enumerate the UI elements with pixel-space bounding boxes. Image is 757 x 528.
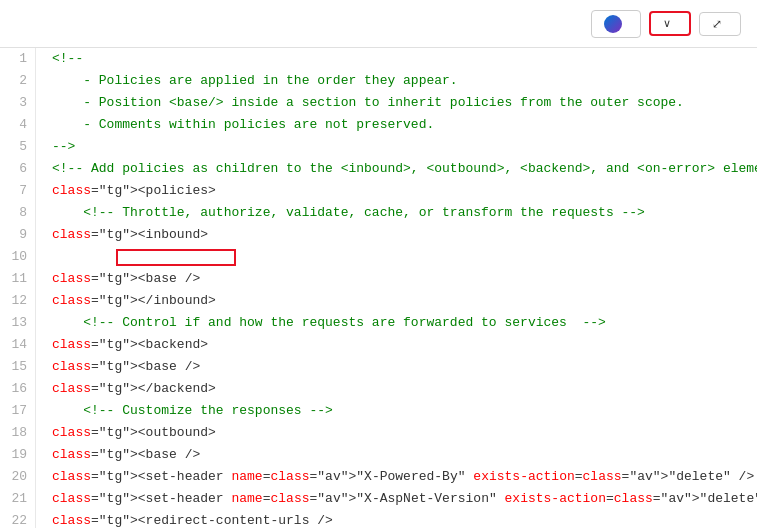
table-row: class="tg"></backend> <box>52 378 757 400</box>
expand-icon: ⤢ <box>712 17 722 31</box>
table-row: <!-- Control if and how the requests are… <box>52 312 757 334</box>
line-number: 18 <box>8 422 27 444</box>
line-number: 10 <box>8 246 27 268</box>
line-number: 11 <box>8 268 27 290</box>
copilot-icon <box>604 15 622 33</box>
table-row: --> <box>52 136 757 158</box>
chevron-down-icon: ∨ <box>663 17 671 30</box>
table-row: <!-- Add policies as children to the <in… <box>52 158 757 180</box>
expand-button[interactable]: ⤢ <box>699 12 741 36</box>
table-row: class="tg"><base /> <box>52 268 757 290</box>
line-number: 5 <box>8 136 27 158</box>
table-row: <!-- Throttle, authorize, validate, cach… <box>52 202 757 224</box>
line-number: 1 <box>8 48 27 70</box>
table-row: - Comments within policies are not prese… <box>52 114 757 136</box>
line-number: 13 <box>8 312 27 334</box>
line-number: 19 <box>8 444 27 466</box>
table-row: class="tg"><set-header name=class="av">"… <box>52 466 757 488</box>
table-row: - Policies are applied in the order they… <box>52 70 757 92</box>
line-number: 7 <box>8 180 27 202</box>
line-number: 12 <box>8 290 27 312</box>
table-row: class="tg"><backend> <box>52 334 757 356</box>
line-number: 21 <box>8 488 27 510</box>
line-number: 14 <box>8 334 27 356</box>
table-row: <!-- Customize the responses --> <box>52 400 757 422</box>
table-row: class="tg"><base /> <box>52 444 757 466</box>
line-number: 22 <box>8 510 27 528</box>
line-number: 16 <box>8 378 27 400</box>
table-row: class="tg"><base /> <box>52 356 757 378</box>
table-row: <!-- <box>52 48 757 70</box>
table-row: class="tg"><set-header name=class="av">"… <box>52 488 757 510</box>
table-row: class="tg"><inbound> <box>52 224 757 246</box>
table-row: class="tg"><outbound> <box>52 422 757 444</box>
show-snippets-button[interactable]: ∨ <box>649 11 691 36</box>
table-row <box>52 246 757 268</box>
table-row: - Position <base/> inside a section to i… <box>52 92 757 114</box>
header: ∨ ⤢ <box>0 0 757 48</box>
table-row: class="tg"><redirect-content-urls /> <box>52 510 757 528</box>
line-number: 17 <box>8 400 27 422</box>
cursor-placeholder <box>116 249 236 266</box>
line-number: 8 <box>8 202 27 224</box>
line-number: 4 <box>8 114 27 136</box>
line-number: 6 <box>8 158 27 180</box>
line-number: 9 <box>8 224 27 246</box>
line-number: 3 <box>8 92 27 114</box>
copilot-button[interactable] <box>591 10 641 38</box>
line-number: 2 <box>8 70 27 92</box>
line-number: 20 <box>8 466 27 488</box>
line-numbers: 1234567891011121314151617181920212223242… <box>0 48 36 528</box>
line-number: 15 <box>8 356 27 378</box>
code-editor[interactable]: 1234567891011121314151617181920212223242… <box>0 48 757 528</box>
table-row: class="tg"></inbound> <box>52 290 757 312</box>
code-area[interactable]: <!-- - Policies are applied in the order… <box>36 48 757 528</box>
header-actions: ∨ ⤢ <box>591 10 741 38</box>
table-row: class="tg"><policies> <box>52 180 757 202</box>
